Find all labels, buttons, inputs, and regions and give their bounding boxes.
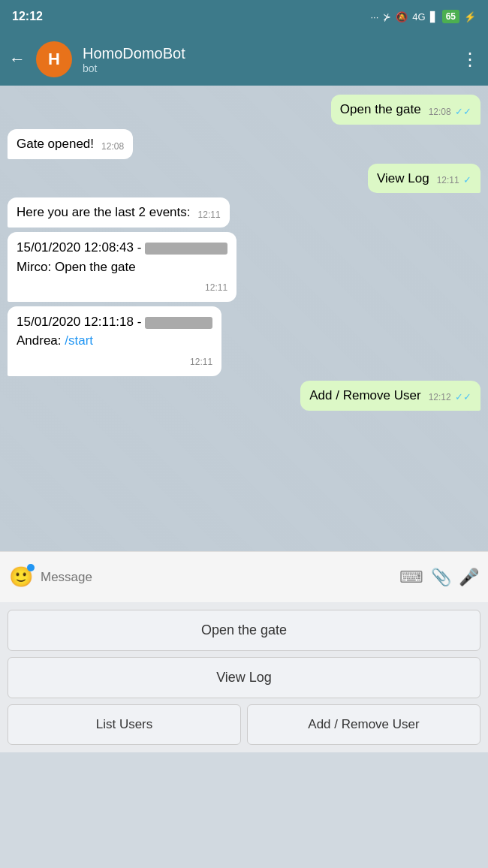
signal-dots-icon: ··· — [370, 11, 378, 23]
outgoing-bubble: Open the gate 12:08 ✓✓ — [331, 95, 480, 125]
attachment-icon[interactable]: 📎 — [431, 568, 451, 587]
message-7: Add / Remove User 12:12 ✓✓ — [8, 381, 480, 411]
incoming-bubble: 15/01/2020 12:11:18 - REDACTED Andrea: /… — [8, 306, 221, 376]
quick-buttons-panel: Open the gate View Log List Users Add / … — [0, 602, 488, 752]
emoji-notification-dot — [27, 564, 35, 571]
battery-icon: 65 — [442, 10, 459, 23]
incoming-bubble: Gate opened! 12:08 — [8, 129, 133, 159]
message-text: Here you are the last 2 events: — [17, 203, 191, 222]
status-bar: 12:12 ··· ⊁ 🔕 4G ▋ 65 ⚡ — [0, 0, 488, 33]
message-4: Here you are the last 2 events: 12:11 — [8, 197, 480, 228]
bot-subtitle: bot — [83, 62, 450, 74]
input-bar: 🙂 ⌨ 📎 🎤 — [0, 551, 488, 602]
read-check-icon: ✓ — [463, 174, 471, 185]
microphone-icon[interactable]: 🎤 — [459, 568, 479, 587]
more-menu-button[interactable]: ⋮ — [461, 49, 479, 70]
message-text: View Log — [377, 170, 429, 188]
log-date-2: 15/01/2020 12:11:18 - — [17, 315, 145, 329]
message-time: 12:12 ✓✓ — [429, 390, 471, 404]
message-1: Open the gate 12:08 ✓✓ — [8, 95, 480, 125]
view-log-button[interactable]: View Log — [8, 657, 480, 698]
message-2: Gate opened! 12:08 — [8, 129, 480, 159]
log-actor-2: Andrea: — [17, 333, 65, 348]
add-remove-user-button[interactable]: Add / Remove User — [247, 704, 480, 745]
read-check-icon: ✓✓ — [455, 106, 471, 117]
status-icons: ··· ⊁ 🔕 4G ▋ 65 ⚡ — [370, 10, 476, 23]
status-time: 12:12 — [12, 10, 43, 23]
emoji-button[interactable]: 🙂 — [9, 565, 33, 589]
outgoing-bubble: Add / Remove User 12:12 ✓✓ — [300, 381, 480, 411]
back-button[interactable]: ← — [9, 50, 26, 69]
message-time: 12:11 — [198, 209, 221, 222]
log-date-1: 15/01/2020 12:08:43 - — [17, 240, 145, 255]
message-6: 15/01/2020 12:11:18 - REDACTED Andrea: /… — [8, 306, 480, 376]
bot-name: HomoDomoBot — [83, 45, 450, 62]
read-check-icon: ✓✓ — [455, 391, 471, 402]
log-action-1: Mirco: Open the gate — [17, 260, 136, 274]
message-3: View Log 12:11 ✓ — [8, 164, 480, 194]
charging-icon: ⚡ — [464, 11, 476, 23]
message-time: 12:08 ✓✓ — [429, 105, 471, 119]
signal-bars-icon: ▋ — [430, 11, 438, 23]
message-5: 15/01/2020 12:08:43 - REDACTED Mirco: Op… — [8, 232, 480, 302]
message-text: Gate opened! — [17, 135, 94, 153]
message-input[interactable] — [41, 570, 392, 585]
quick-btn-row: List Users Add / Remove User — [8, 704, 480, 745]
avatar: H — [36, 41, 72, 77]
mute-icon: 🔕 — [396, 11, 408, 23]
outgoing-bubble: View Log 12:11 ✓ — [368, 164, 480, 194]
incoming-bubble: 15/01/2020 12:08:43 - REDACTED Mirco: Op… — [8, 232, 236, 302]
message-time: 12:11 — [205, 282, 227, 293]
incoming-bubble: Here you are the last 2 events: 12:11 — [8, 197, 230, 228]
message-time: 12:11 — [190, 357, 212, 367]
chat-area: Open the gate 12:08 ✓✓ Gate opened! 12:0… — [0, 86, 488, 551]
message-text: Open the gate — [340, 101, 421, 119]
message-time: 12:08 — [101, 140, 124, 153]
list-users-button[interactable]: List Users — [8, 704, 241, 745]
log-link[interactable]: /start — [65, 333, 93, 348]
bluetooth-icon: ⊁ — [383, 11, 391, 23]
chat-header: ← H HomoDomoBot bot ⋮ — [0, 33, 488, 86]
open-gate-button[interactable]: Open the gate — [8, 610, 480, 651]
header-info: HomoDomoBot bot — [83, 45, 450, 74]
keyboard-icon[interactable]: ⌨ — [399, 568, 423, 587]
blurred-name-1: REDACTED — [145, 243, 227, 255]
message-text: Add / Remove User — [309, 387, 420, 405]
network-icon: 4G — [412, 11, 425, 23]
blurred-name-2: REDACTED — [145, 317, 212, 329]
message-time: 12:11 ✓ — [437, 173, 471, 187]
